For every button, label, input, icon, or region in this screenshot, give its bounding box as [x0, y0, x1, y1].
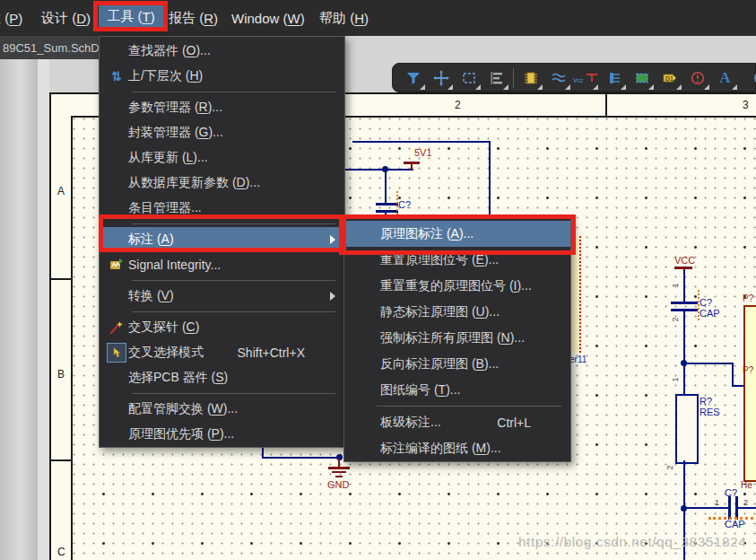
menu-item-update-from-library[interactable]: 从库更新 (L)... [100, 145, 344, 171]
schematic-toolbar: Vcc D1 A [392, 63, 756, 92]
cross-select-icon [107, 343, 126, 363]
menu-item-schematic-preferences[interactable]: 原理图优先项 (P)... [100, 422, 344, 447]
header-pin-label[interactable]: P? [743, 293, 753, 303]
align-icon[interactable] [482, 65, 510, 92]
menu-separator [132, 280, 335, 281]
gnd-bar [332, 471, 346, 473]
header-component[interactable] [743, 305, 756, 482]
selection-marker [396, 191, 398, 218]
place-arc-icon[interactable] [739, 65, 756, 92]
capacitor-designator[interactable]: C? [398, 199, 411, 210]
menubar-item-window[interactable]: Window (W) [231, 0, 305, 36]
wire[interactable] [262, 457, 341, 459]
wire[interactable] [352, 141, 491, 143]
filter-icon[interactable] [399, 65, 427, 92]
place-wire-icon[interactable] [544, 65, 572, 92]
capacitor-comment[interactable]: CAP [700, 308, 720, 319]
annotate-submenu: 原理图标注 (A)... 重置原理图位号 (E)... 重置重复的原理图位号 (… [343, 218, 571, 462]
menubar-item-tools[interactable]: 工具 (T) [99, 4, 163, 29]
power-stem [411, 163, 413, 171]
submenu-item-reset-duplicate-designators[interactable]: 重置重复的原理图位号 (I)... [344, 273, 570, 299]
capacitor-plate[interactable] [376, 210, 398, 213]
wire[interactable] [683, 364, 685, 394]
menu-separator [132, 393, 335, 394]
capacitor-comment[interactable]: CAP [725, 519, 745, 529]
power-port-gnd[interactable]: GND [327, 479, 349, 490]
header-comment[interactable]: He [741, 480, 752, 490]
capacitor-designator[interactable]: C? [700, 297, 712, 308]
menu-item-find-component[interactable]: 查找器件 (O)... [100, 39, 344, 64]
resistor-body[interactable] [675, 394, 699, 464]
capacitor-designator[interactable]: C? [725, 487, 737, 498]
crosshair-icon[interactable] [427, 65, 455, 92]
wire[interactable] [737, 507, 756, 509]
wire[interactable] [732, 363, 734, 387]
resistor-comment[interactable]: RES [700, 407, 720, 417]
menu-item-up-down-hierarchy[interactable]: ⇅上/下层次 (H) [100, 64, 344, 89]
csdn-watermark: https://blog.csdn.net/qq_38351824 [518, 534, 746, 550]
submenu-item-annotate-schematics[interactable]: 原理图标注 (A)... [344, 221, 570, 247]
place-net-label-icon[interactable]: D1 [656, 65, 683, 92]
submenu-item-annotate-compiled-sheets[interactable]: 标注编译的图纸 (M)... [344, 435, 570, 461]
menu-item-cross-probe[interactable]: 交叉探针 (C) [100, 315, 344, 340]
wire[interactable] [385, 169, 387, 204]
wire[interactable] [683, 507, 730, 509]
gnd-stem [338, 459, 340, 467]
menu-item-annotation[interactable]: 标注 (A) [100, 227, 344, 252]
wire[interactable] [683, 311, 685, 364]
place-part-icon[interactable] [600, 65, 628, 92]
wire[interactable] [683, 460, 685, 510]
selection-rect-icon[interactable] [455, 65, 482, 92]
no-erc-icon[interactable] [683, 65, 711, 92]
left-panel-edge-light [38, 59, 49, 560]
power-port-vcc[interactable]: VCC [674, 255, 695, 266]
submenu-item-static-annotate[interactable]: 静态标注原理图 (U)... [344, 299, 570, 325]
menu-item-footprint-manager[interactable]: 封装管理器 (G)... [100, 120, 344, 145]
submenu-arrow-icon [330, 292, 335, 301]
power-port-5v1[interactable]: 5V1 [414, 147, 432, 158]
place-text-icon[interactable]: A [711, 65, 739, 92]
junction-dot [382, 166, 388, 172]
wire[interactable] [345, 169, 413, 171]
pin-number: 2 [665, 465, 674, 469]
submenu-item-number-sheets[interactable]: 图纸编号 (T)... [344, 377, 570, 403]
wire[interactable] [489, 141, 491, 218]
capacitor-plate[interactable] [671, 302, 698, 304]
menubar-item-reports[interactable]: 报告 (R) [169, 0, 218, 36]
cross-probe-icon [109, 320, 124, 335]
menubar-item-help[interactable]: 帮助 (H) [319, 0, 369, 36]
menu-item-configure-pin-swapping[interactable]: 配置管脚交换 (W)... [100, 397, 344, 422]
header-pin-label[interactable]: P? [743, 365, 753, 375]
wire[interactable] [683, 363, 734, 364]
header-comment-tail[interactable]: er11 [569, 354, 587, 364]
pin-number: 1 [671, 377, 680, 381]
menu-item-item-manager[interactable]: 条目管理器... [100, 196, 344, 221]
menu-item-signal-integrity[interactable]: Signal Integrity... [100, 252, 344, 277]
document-tab[interactable]: 89C51_Sum.SchD [0, 36, 104, 59]
menu-item-cross-select-mode[interactable]: 交叉选择模式Shift+Ctrl+X [100, 340, 344, 365]
menubar-item-place[interactable]: 置 (P) [0, 0, 22, 36]
place-sheet-symbol-icon[interactable] [628, 65, 656, 92]
pin-number: 2 [671, 317, 680, 321]
menu-item-convert[interactable]: 转换 (V) [100, 284, 344, 309]
header-component-partial[interactable] [571, 236, 581, 353]
capacitor-plate[interactable] [376, 203, 398, 206]
place-power-port-icon[interactable]: Vcc [572, 65, 600, 92]
menu-item-parameter-manager[interactable]: 参数管理器 (R)... [100, 95, 344, 120]
gnd-bar [335, 476, 343, 477]
menu-item-update-params-from-db[interactable]: 从数据库更新参数 (D)... [100, 171, 344, 196]
menu-separator [377, 406, 561, 407]
tools-menu: 查找器件 (O)... ⇅上/下层次 (H) 参数管理器 (R)... 封装管理… [99, 36, 345, 448]
menu-separator [132, 92, 335, 92]
menubar-item-design[interactable]: 设计 (D) [41, 0, 91, 36]
submenu-item-reset-designators[interactable]: 重置原理图位号 (E)... [344, 247, 570, 273]
submenu-item-force-annotate-all[interactable]: 强制标注所有原理图 (N)... [344, 325, 570, 351]
gnd-bar [328, 467, 350, 469]
wire[interactable] [683, 269, 685, 302]
place-component-icon[interactable] [517, 65, 544, 92]
menu-item-select-pcb-components[interactable]: 选择PCB 器件 (S) [100, 365, 344, 390]
submenu-item-back-annotate[interactable]: 反向标注原理图 (B)... [344, 351, 570, 377]
resistor-designator[interactable]: R? [700, 396, 712, 407]
net-label-text: D1 [665, 75, 673, 82]
submenu-item-board-level-annotate[interactable]: 板级标注...Ctrl+L [344, 409, 570, 435]
